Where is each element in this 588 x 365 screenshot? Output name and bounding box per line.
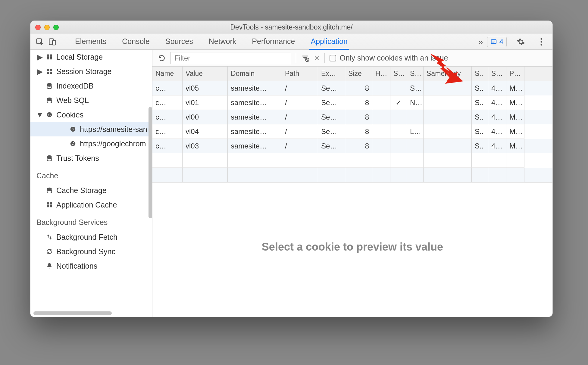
table-row[interactable]: c…vl00samesite…/Se…8S..4…M… (152, 110, 552, 124)
disclosure-triangle-icon[interactable]: ▶ (37, 67, 42, 76)
settings-icon[interactable] (514, 36, 527, 48)
column-header[interactable]: Size (345, 67, 372, 81)
column-header[interactable]: Value (183, 67, 228, 81)
cell-size: 8 (345, 81, 372, 95)
titlebar: DevTools - samesite-sandbox.glitch.me/ (30, 21, 552, 34)
sidebar-item-label: Background Sync (56, 247, 115, 256)
tab-sources[interactable]: Sources (164, 34, 194, 50)
tab-elements[interactable]: Elements (74, 34, 108, 50)
column-header[interactable]: Domain (228, 67, 282, 81)
device-toggle-icon[interactable] (46, 36, 59, 48)
refresh-icon[interactable] (158, 54, 166, 62)
inspect-icon[interactable] (33, 36, 46, 48)
sidebar-item[interactable]: ▼Cookies (30, 108, 152, 122)
table-row[interactable]: c…vl01samesite…/Se…8✓N…S..4…M… (152, 95, 552, 110)
cell-domain: samesite… (228, 81, 282, 95)
table-row[interactable]: c…vl05samesite…/Se…8S…S..4…M… (152, 81, 552, 95)
cell-path: / (282, 124, 318, 139)
disclosure-triangle-icon[interactable]: ▼ (37, 111, 42, 119)
sidebar-item[interactable]: https://googlechrom (30, 136, 152, 151)
sidebar-section: Cache (30, 165, 152, 183)
cell-size: 8 (345, 139, 372, 153)
cell-expires: Se… (318, 95, 345, 110)
tab-performance[interactable]: Performance (251, 34, 296, 50)
svg-rect-37 (50, 205, 52, 207)
cell-http (372, 110, 390, 124)
sidebar-item[interactable]: Cache Storage (30, 183, 152, 198)
bell-icon (45, 262, 53, 270)
cell-expires: Se… (318, 81, 345, 95)
cell-path: / (282, 139, 318, 153)
sidebar-item[interactable]: Background Fetch (30, 230, 152, 244)
sidebar-item-label: Local Storage (56, 53, 103, 61)
sidebar-section: Background Services (30, 212, 152, 230)
sidebar-item-label: Cookies (56, 111, 83, 119)
svg-point-17 (47, 112, 52, 117)
svg-point-4 (540, 38, 542, 39)
column-header[interactable]: H… (372, 67, 390, 81)
table-row[interactable]: c…vl04samesite…/Se…8L…S..4…M… (152, 124, 552, 139)
sidebar-scrollbar-horizontal[interactable] (33, 311, 112, 315)
svg-point-24 (73, 128, 74, 128)
cell-http (372, 124, 390, 139)
issues-badge[interactable]: 4 (487, 37, 507, 47)
sidebar-item[interactable]: Web SQL (30, 93, 152, 108)
cell-http (372, 95, 390, 110)
column-header[interactable]: P… (506, 67, 524, 81)
svg-point-5 (540, 41, 542, 42)
tabs-overflow-button[interactable]: » (474, 36, 487, 48)
filter-input[interactable] (170, 52, 291, 64)
table-row[interactable]: c…vl03samesite…/Se…8S..4…M… (152, 139, 552, 153)
devtools-window: DevTools - samesite-sandbox.glitch.me/ E… (30, 20, 553, 317)
cell-priority: M… (506, 139, 524, 153)
column-header[interactable]: Path (282, 67, 318, 81)
tab-application[interactable]: Application (309, 34, 349, 50)
only-issues-checkbox[interactable]: Only show cookies with an issue (330, 54, 448, 62)
column-header[interactable]: SameParty (424, 67, 472, 81)
column-header[interactable]: S… (390, 67, 407, 81)
svg-rect-7 (47, 55, 49, 57)
grid-icon (45, 67, 53, 75)
column-header[interactable]: Name (152, 67, 183, 81)
column-header[interactable]: S… (488, 67, 506, 81)
sidebar-item[interactable]: Application Cache (30, 198, 152, 212)
sidebar-item[interactable]: ▶Local Storage (30, 50, 152, 64)
column-header[interactable]: S.. (472, 67, 488, 81)
cell-scheme: S.. (472, 81, 488, 95)
cell-priority: M… (506, 110, 524, 124)
svg-point-18 (48, 114, 49, 115)
sidebar-item-label: https://samesite-san (80, 125, 147, 134)
cell-value: vl05 (183, 81, 228, 95)
cell-expires: Se… (318, 139, 345, 153)
svg-rect-9 (47, 57, 49, 59)
kebab-menu-icon[interactable] (535, 36, 548, 48)
cell-path: / (282, 95, 318, 110)
svg-point-30 (74, 144, 74, 145)
sidebar-item[interactable]: Notifications (30, 259, 152, 273)
cell-scheme: S.. (472, 124, 488, 139)
sidebar-item[interactable]: ▶Session Storage (30, 64, 152, 79)
cell-value: vl01 (183, 95, 228, 110)
sidebar-item[interactable]: Trust Tokens (30, 151, 152, 165)
sidebar-item[interactable]: IndexedDB (30, 79, 152, 93)
svg-point-31 (72, 144, 73, 145)
cookies-toolbar: × Only show cookies with an issue (152, 50, 552, 67)
tab-network[interactable]: Network (208, 34, 238, 50)
disclosure-triangle-icon[interactable]: ▶ (37, 53, 42, 61)
database-icon (45, 186, 53, 194)
sidebar-item[interactable]: Background Sync (30, 244, 152, 259)
clear-icon[interactable]: × (314, 53, 320, 63)
tab-console[interactable]: Console (121, 34, 151, 50)
sidebar-scrollbar-vertical[interactable] (149, 107, 152, 218)
cell-sameparty (424, 124, 472, 139)
column-header[interactable]: S… (407, 67, 424, 81)
grid-icon (45, 201, 53, 209)
svg-point-23 (72, 128, 73, 129)
sidebar-item-label: Web SQL (56, 96, 89, 105)
cell-name: c… (152, 124, 183, 139)
sidebar-item[interactable]: https://samesite-san (30, 122, 152, 136)
svg-rect-14 (50, 72, 52, 74)
column-header[interactable]: Ex… (318, 67, 345, 81)
cell-domain: samesite… (228, 95, 282, 110)
clear-filtered-icon[interactable] (301, 54, 309, 62)
